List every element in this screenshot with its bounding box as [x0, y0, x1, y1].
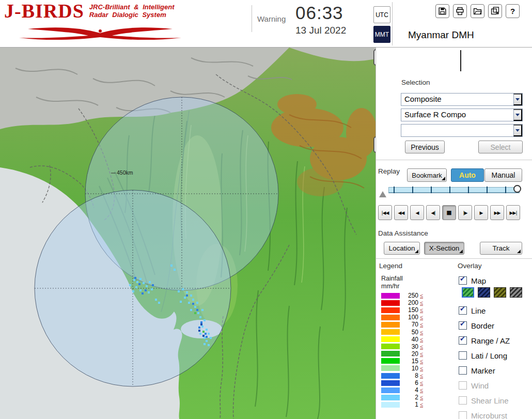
map-style-green[interactable] — [462, 287, 474, 298]
dropdown-product-option[interactable] — [401, 124, 523, 137]
legend-le-symbol: ≤ — [420, 300, 423, 306]
control-panel: Selection Composite Surface R Compo Prev… — [375, 48, 532, 419]
legend-row: 6≤ — [381, 379, 423, 386]
legend-row: 150≤ — [381, 306, 423, 314]
overlay-item-label: Border — [471, 321, 494, 330]
overlay-item-line[interactable]: ✔Line — [459, 305, 486, 316]
legend-value: 4 — [403, 386, 418, 394]
legend-unit-line2: mm/hr — [381, 283, 399, 290]
map-style-navy[interactable] — [478, 287, 490, 298]
radar-map[interactable]: 450km — [0, 48, 375, 419]
assist-location-button[interactable]: Location — [384, 242, 420, 255]
legend-row: 20≤ — [381, 350, 423, 358]
legend-le-symbol: ≤ — [420, 314, 423, 320]
timezone-mmt-button[interactable]: MMT — [373, 26, 390, 43]
playback-go-to-start[interactable]: |◀◀ — [378, 205, 392, 220]
playback-reverse-play[interactable]: ◀ — [410, 205, 424, 220]
help-icon[interactable]: ? — [506, 4, 520, 18]
jbirds-app: J-BIRDS JRC-Brilliant & Intelligent Rada… — [0, 0, 532, 419]
playback-fast-rewind[interactable]: ◀◀ — [394, 205, 408, 220]
legend-scale: 250≤200≤150≤100≤70≤50≤40≤30≤20≤15≤10≤8≤6… — [381, 292, 423, 409]
check-mark: ✔ — [460, 320, 465, 328]
assist-xsection-button[interactable]: X-Section — [424, 242, 464, 255]
chevron-down-icon[interactable] — [513, 109, 522, 121]
dropdown-product-name-value: Surface R Compo — [401, 109, 513, 121]
legend-le-symbol: ≤ — [420, 401, 423, 408]
legend-row: 10≤ — [381, 365, 423, 372]
dropdown-product-name[interactable]: Surface R Compo — [401, 108, 523, 121]
map-style-dark-gray[interactable] — [510, 287, 522, 298]
playback-fast-forward[interactable]: ▶▶ — [490, 205, 504, 220]
checkbox — [459, 396, 467, 405]
playback-step-back[interactable]: ◀| — [426, 205, 440, 220]
legend-row: 70≤ — [381, 321, 423, 328]
timeline-tick — [487, 187, 488, 193]
add-map-icon[interactable] — [488, 4, 502, 18]
timezone-utc-button[interactable]: UTC — [373, 6, 390, 23]
timeline-tick — [449, 187, 450, 193]
time-display: 06:33 — [295, 3, 346, 23]
checkbox[interactable]: ✔ — [459, 276, 467, 285]
separator — [376, 258, 532, 259]
clock: 06:33 13 Jul 2022 — [295, 3, 346, 36]
timeline-handle[interactable] — [513, 185, 521, 193]
legend-row: 4≤ — [381, 386, 423, 394]
legend-le-symbol: ≤ — [420, 373, 423, 379]
legend-swatch — [381, 358, 400, 364]
save-icon[interactable] — [435, 4, 449, 18]
warning-indicator: Warning — [252, 5, 290, 32]
legend-value: 200 — [403, 299, 418, 306]
legend-value: 70 — [403, 321, 418, 328]
dropdown-product-type[interactable]: Composite — [401, 93, 523, 106]
legend-swatch — [381, 336, 400, 342]
playback-stop[interactable]: ■ — [442, 205, 456, 220]
legend-value: 6 — [403, 379, 418, 386]
overlay-item-range-az[interactable]: ✔Range / AZ — [459, 335, 510, 346]
timeline-tick — [394, 187, 395, 193]
playback-play[interactable]: ▶ — [474, 205, 488, 220]
overlay-item-label: Map — [471, 276, 486, 285]
legend-value: 10 — [403, 365, 418, 372]
legend-value: 8 — [403, 372, 418, 379]
checkbox[interactable]: ✔ — [459, 306, 467, 315]
previous-button[interactable]: Previous — [405, 141, 445, 153]
chevron-down-icon[interactable] — [513, 94, 522, 105]
logo-title: J-BIRDS — [4, 1, 84, 22]
timeline-tick — [468, 187, 469, 193]
checkbox[interactable]: ✔ — [459, 336, 467, 345]
overlay-item-border[interactable]: ✔Border — [459, 320, 494, 331]
playback-step-forward[interactable]: |▶ — [458, 205, 472, 220]
checkbox — [459, 411, 467, 419]
select-button[interactable]: Select — [478, 141, 523, 153]
checkbox[interactable]: ✔ — [459, 321, 467, 330]
overlay-item-marker[interactable]: Marker — [459, 365, 495, 376]
legend-value: 15 — [403, 358, 418, 365]
legend-le-symbol: ≤ — [420, 387, 423, 393]
chevron-down-icon[interactable] — [513, 125, 522, 136]
overlay-item-label: Line — [471, 306, 486, 315]
print-icon[interactable] — [453, 4, 467, 18]
replay-auto-button[interactable]: Auto — [451, 168, 484, 182]
overlay-item-map[interactable]: ✔Map — [459, 275, 486, 286]
station-input[interactable] — [401, 49, 522, 72]
range-ring-label: 450km — [117, 169, 133, 176]
checkbox[interactable] — [459, 351, 467, 360]
assist-track-button[interactable]: Track — [480, 242, 522, 255]
legend-row: 1≤ — [381, 401, 423, 408]
open-folder-icon[interactable] — [471, 4, 484, 18]
legend-value: 150 — [403, 306, 418, 314]
replay-manual-button[interactable]: Manual — [484, 168, 522, 182]
legend-value: 250 — [403, 292, 418, 299]
checkbox[interactable] — [459, 366, 467, 375]
playback-go-to-end[interactable]: ▶▶| — [506, 205, 520, 220]
timeline-start-marker[interactable] — [379, 191, 386, 197]
legend-le-symbol: ≤ — [420, 365, 423, 371]
header-bar: J-BIRDS JRC-Brilliant & Intelligent Rada… — [0, 0, 532, 48]
timeline-track[interactable] — [388, 187, 520, 193]
legend-unit-line1: Rainfall — [381, 275, 403, 282]
overlay-item-label: Wind — [471, 381, 489, 390]
map-style-olive[interactable] — [494, 287, 506, 298]
bookmark-button[interactable]: Bookmark — [407, 168, 447, 182]
overlay-item-lati-long[interactable]: Lati / Long — [459, 350, 507, 361]
legend-le-symbol: ≤ — [420, 380, 423, 386]
